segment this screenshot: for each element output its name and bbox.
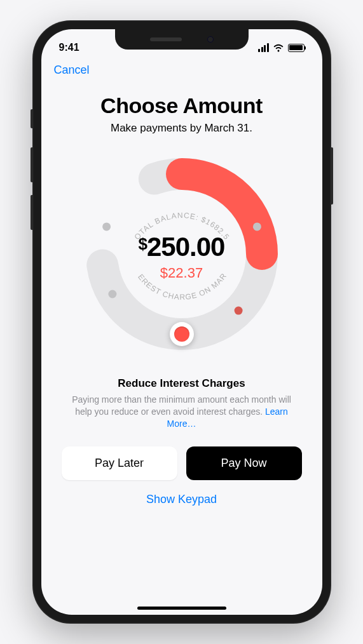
info-text: Paying more than the minimum amount each… (67, 394, 297, 430)
status-time: 9:41 (59, 42, 79, 53)
dial-handle[interactable] (170, 322, 194, 346)
action-buttons: Pay Later Pay Now (59, 446, 305, 480)
status-indicators (258, 43, 305, 52)
pay-now-button[interactable]: Pay Now (186, 446, 302, 480)
page-title: Choose Amount (59, 93, 305, 118)
page-subtitle: Make payments by March 31. (59, 122, 305, 135)
dial-handle-dot (174, 326, 189, 342)
cellular-signal-icon (258, 43, 269, 52)
payment-dial[interactable]: TOTAL BALANCE: $1682.55 INTEREST CHARGE … (80, 152, 284, 356)
cancel-button[interactable]: Cancel (54, 64, 90, 77)
phone-device-frame: 9:41 Cancel Choose Amount Make payments … (32, 20, 331, 624)
show-keypad-button[interactable]: Show Keypad (146, 493, 217, 506)
speaker-grille (150, 37, 182, 41)
home-indicator[interactable] (137, 607, 226, 610)
info-section: Reduce Interest Charges Paying more than… (59, 377, 305, 430)
pay-later-button[interactable]: Pay Later (62, 446, 177, 480)
info-title: Reduce Interest Charges (67, 377, 297, 390)
battery-icon (288, 44, 305, 52)
phone-screen: 9:41 Cancel Choose Amount Make payments … (41, 29, 322, 615)
navigation-bar: Cancel (41, 57, 322, 82)
payment-amount: $250.00 (139, 232, 225, 262)
phone-side-buttons-right (331, 147, 333, 205)
wifi-icon (273, 44, 284, 52)
front-camera (207, 36, 214, 43)
phone-side-buttons-left (31, 109, 32, 243)
main-content: Choose Amount Make payments by March 31.… (41, 82, 322, 506)
interest-amount: $22.37 (160, 265, 203, 281)
phone-notch (115, 29, 249, 50)
